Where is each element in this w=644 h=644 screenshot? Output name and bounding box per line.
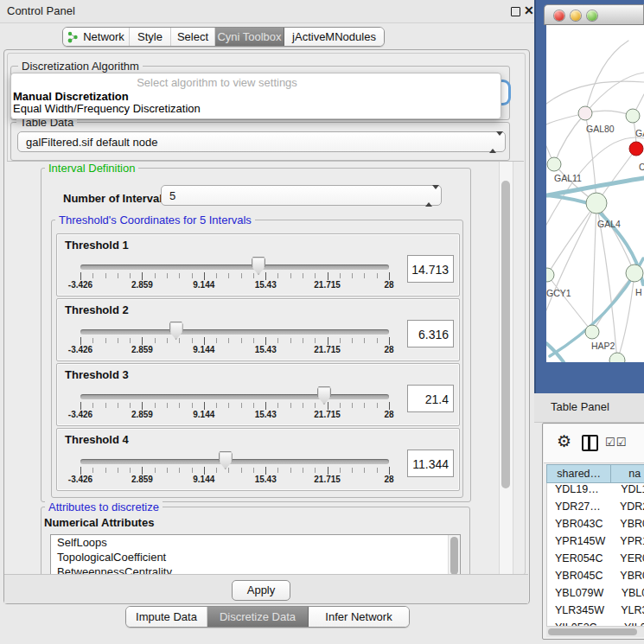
threshold-2-value[interactable]: 6.316 <box>407 320 454 348</box>
settings-scrollbar-thumb[interactable] <box>501 181 510 488</box>
cell-shared-name[interactable]: YBR045C <box>547 570 611 587</box>
column-header-name[interactable]: na <box>611 464 644 483</box>
table-row[interactable]: YER054CYER0 <box>547 552 644 570</box>
threshold-4-value[interactable]: 11.344 <box>407 450 454 477</box>
dropdown-item-equal-width-frequency[interactable]: Equal Width/Frequency Discretization <box>13 102 201 115</box>
network-edge[interactable] <box>547 203 596 275</box>
attribute-list-item[interactable]: SelfLoops <box>51 535 460 550</box>
tab-cyni-toolbox[interactable]: Cyni Toolbox <box>215 28 284 46</box>
node-right-h[interactable] <box>626 265 643 282</box>
cell-name[interactable]: YBR0 <box>611 518 644 535</box>
tick-label: 9.144 <box>185 410 223 419</box>
table-row[interactable]: YPR145WYPR1 <box>547 535 644 552</box>
node-gal80[interactable] <box>578 106 592 120</box>
table-hscrollbar-thumb[interactable] <box>548 628 637 635</box>
table-row[interactable]: YDR27…YDR2 <box>547 501 644 518</box>
gear-icon[interactable]: ⚙ <box>557 431 571 451</box>
tab-jactivemnodules[interactable]: jActiveMNodules <box>284 28 384 46</box>
minimize-traffic-light-icon[interactable] <box>571 10 581 21</box>
dropdown-item-manual-discretization[interactable]: Manual Discretization <box>13 90 129 103</box>
threshold-3-slider-track[interactable] <box>80 394 389 399</box>
cell-name[interactable]: YBR0 <box>611 570 644 587</box>
tick-label: 2.859 <box>123 280 161 290</box>
network-edge-highlighted[interactable] <box>546 343 564 362</box>
cell-shared-name[interactable]: YDR27… <box>547 501 611 518</box>
node-gcy1[interactable] <box>546 268 554 282</box>
threshold-1-slider-track[interactable] <box>80 265 389 270</box>
table-row[interactable]: YBL079WYBL0 <box>547 587 644 604</box>
apply-button[interactable]: Apply <box>232 580 290 601</box>
threshold-3-value[interactable]: 21.4 <box>407 385 454 412</box>
algorithm-dropdown-popup: Select algorithm to view settings Manual… <box>10 73 501 119</box>
cell-name[interactable]: YER0 <box>611 552 644 570</box>
node-gal11[interactable] <box>547 157 561 171</box>
tick-label: -3.426 <box>61 280 99 290</box>
cell-shared-name[interactable]: YDL19… <box>547 483 612 501</box>
threshold-4-slider-thumb[interactable] <box>219 451 233 469</box>
zoom-traffic-light-icon[interactable] <box>587 10 597 21</box>
node-top-right[interactable] <box>626 109 640 123</box>
threshold-3-ticks <box>80 403 390 408</box>
node-red-selected[interactable] <box>629 142 643 156</box>
cell-shared-name[interactable]: YER054C <box>547 552 611 570</box>
node-gal4[interactable] <box>586 193 607 214</box>
tick-label: 15.43 <box>246 475 284 484</box>
numerical-attributes-list[interactable]: SelfLoopsTopologicalCoefficientBetweenne… <box>50 534 461 575</box>
cell-shared-name[interactable]: YPR145W <box>547 535 611 552</box>
network-canvas[interactable]: GAL80GACGAL11GAL4GCY1HHAP2 <box>546 25 644 362</box>
select-columns-checkboxes-icon[interactable]: ☑☑ <box>605 436 627 449</box>
table-row[interactable]: YBR043CYBR0 <box>547 518 644 535</box>
dropdown-hint-item[interactable]: Select algorithm to view settings <box>11 76 423 89</box>
tab-infer-network[interactable]: Infer Network <box>309 607 409 627</box>
threshold-1-box: Threshold 1 14.713 -3.4262.8599.14415.43… <box>56 233 460 296</box>
table-row[interactable]: YLR345WYLR3 <box>547 604 644 622</box>
table-horizontal-scrollbar[interactable] <box>546 626 644 637</box>
cell-shared-name[interactable]: YBR043C <box>547 518 611 535</box>
cell-name[interactable]: YPR1 <box>611 535 644 552</box>
split-columns-icon[interactable] <box>582 435 598 451</box>
table-row[interactable]: YDL19…YDL1 <box>547 483 644 501</box>
attributes-list-scrollbar[interactable] <box>448 535 460 575</box>
threshold-1-slider-thumb[interactable] <box>252 257 265 275</box>
cell-name[interactable]: YDL1 <box>612 483 644 501</box>
table-data-combobox[interactable]: galFiltered.sif default node <box>17 131 506 152</box>
tab-select[interactable]: Select <box>171 28 215 46</box>
cell-shared-name[interactable]: YBL079W <box>547 587 613 604</box>
network-edge[interactable] <box>546 81 644 104</box>
attribute-list-item[interactable]: TopologicalCoefficient <box>51 550 460 564</box>
network-window-titlebar[interactable] <box>544 4 644 25</box>
float-window-icon[interactable] <box>511 7 520 16</box>
network-edge[interactable] <box>585 73 644 113</box>
node-label-hap2: HAP2 <box>591 341 615 351</box>
threshold-1-value[interactable]: 14.713 <box>407 255 454 283</box>
table-data-value: galFiltered.sif default node <box>26 136 157 149</box>
node-hap2[interactable] <box>585 325 599 339</box>
tick-major <box>204 272 205 280</box>
cell-shared-name[interactable]: YLR345W <box>547 604 612 622</box>
tab-discretize-data[interactable]: Discretize Data <box>207 607 309 627</box>
tab-style[interactable]: Style <box>130 28 171 46</box>
number-of-intervals-combobox[interactable]: 5 <box>161 185 442 206</box>
network-edge[interactable] <box>585 41 628 113</box>
threshold-2-slider-thumb[interactable] <box>169 322 183 340</box>
tab-impute-data[interactable]: Impute Data <box>126 607 207 627</box>
settings-vertical-scrollbar[interactable] <box>499 162 513 575</box>
column-header-shared-name[interactable]: shared… <box>546 464 611 483</box>
tick-major <box>80 337 81 345</box>
threshold-3-slider-thumb[interactable] <box>317 386 331 405</box>
threshold-4-slider-track[interactable] <box>80 459 389 464</box>
table-row[interactable]: YBR045CYBR0 <box>547 570 644 587</box>
close-icon[interactable]: ✕ <box>524 3 534 17</box>
tab-network[interactable]: Network <box>63 28 130 46</box>
tick-major <box>80 467 81 475</box>
threshold-2-slider-track[interactable] <box>80 329 389 335</box>
network-edge[interactable] <box>554 113 585 164</box>
node-bottom-cut[interactable] <box>609 353 625 362</box>
close-traffic-light-icon[interactable] <box>554 10 564 21</box>
tick-major <box>265 272 266 280</box>
cell-name[interactable]: YBL0 <box>613 587 644 604</box>
cell-name[interactable]: YLR3 <box>612 604 644 622</box>
network-edge[interactable] <box>592 203 596 332</box>
network-edge[interactable] <box>547 275 592 332</box>
cell-name[interactable]: YDR2 <box>611 501 644 518</box>
